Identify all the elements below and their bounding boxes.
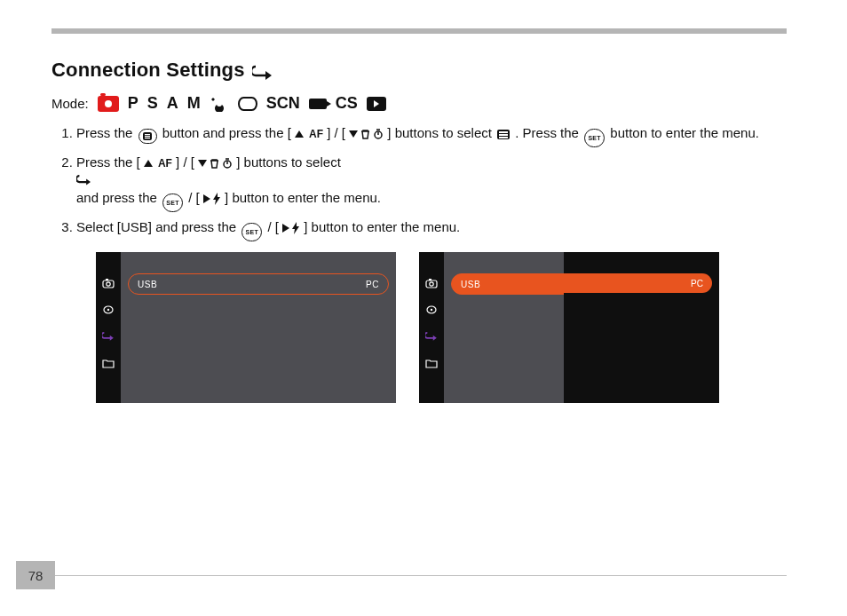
- svg-point-0: [217, 101, 222, 107]
- steps-list: Press the button and press the [ AF ] / …: [51, 122, 787, 241]
- mode-a: A: [167, 94, 178, 113]
- text: ] / [: [327, 125, 349, 140]
- set-button-icon: SET: [162, 193, 183, 212]
- connection-tab-icon: [425, 330, 438, 343]
- triangle-up-icon: [144, 160, 153, 167]
- camera-tab-icon: [102, 277, 115, 289]
- step-3: Select [USB] and press the SET / [ ] but…: [76, 216, 787, 241]
- set-button-icon: SET: [584, 129, 605, 147]
- mode-cs: CS: [336, 94, 358, 113]
- step-1: Press the button and press the [ AF ] / …: [76, 122, 787, 147]
- movie-icon: [309, 99, 327, 109]
- right-flash-token: [203, 193, 221, 205]
- timer-icon: [373, 129, 384, 139]
- pc-label: PC: [366, 280, 379, 289]
- panorama-icon: [238, 97, 257, 111]
- usb-label: USB: [461, 280, 480, 289]
- right-flash-token: [282, 222, 300, 234]
- playback-icon: [367, 97, 386, 111]
- text: / [: [267, 219, 282, 234]
- text: ] buttons to select: [387, 125, 495, 140]
- text: Press the [: [76, 154, 144, 170]
- page-number-badge: 78: [16, 561, 55, 589]
- page-content: Connection Settings Mode: P S A M SCN CS…: [51, 51, 787, 403]
- text: button to enter the menu.: [610, 125, 759, 140]
- down-delete-timer-token: [349, 129, 384, 139]
- triangle-down-icon: [198, 160, 207, 167]
- camera-tab-icon: [425, 277, 438, 289]
- triangle-right-icon: [282, 224, 289, 233]
- text: Select [USB] and press the: [76, 219, 240, 234]
- footer-rule: [55, 575, 787, 576]
- text: ] button to enter the menu.: [304, 219, 460, 234]
- mode-s: S: [147, 94, 158, 113]
- svg-rect-2: [145, 134, 150, 135]
- trash-icon: [360, 129, 370, 139]
- screen-panel-right: PC: [564, 252, 719, 403]
- triangle-up-icon: [295, 130, 304, 138]
- text: button and press the [: [162, 125, 295, 140]
- pc-label: PC: [691, 279, 703, 288]
- svg-rect-9: [106, 279, 108, 280]
- connection-icon: [76, 174, 787, 186]
- connection-tab-icon: [102, 330, 115, 343]
- screen-usb-selected: USB PC: [419, 252, 719, 403]
- text: . Press the: [515, 125, 582, 140]
- screen-sidebar: [96, 252, 121, 403]
- trash-icon: [210, 158, 219, 169]
- up-af-token: AF: [295, 125, 323, 144]
- step-2: Press the [ AF ] / [ ] buttons to select…: [76, 151, 787, 212]
- mode-row: Mode: P S A M SCN CS: [51, 94, 787, 113]
- usb-label: USB: [138, 280, 157, 289]
- screen-sidebar: [419, 252, 444, 403]
- svg-rect-3: [145, 136, 150, 137]
- svg-rect-4: [145, 138, 150, 138]
- svg-point-14: [431, 309, 432, 311]
- top-rule: [51, 28, 787, 34]
- up-af-token: AF: [144, 154, 172, 173]
- mode-m: M: [187, 94, 201, 113]
- svg-point-8: [107, 282, 110, 286]
- usb-row: USB PC: [128, 273, 389, 295]
- text: ] button to enter the menu.: [225, 190, 381, 205]
- flash-icon: [213, 193, 221, 205]
- mode-label: Mode:: [51, 96, 89, 111]
- camera-icon: [98, 96, 119, 112]
- timer-icon: [222, 158, 233, 169]
- mode-icon-strip: P S A M SCN CS: [98, 94, 386, 113]
- svg-rect-13: [429, 279, 431, 280]
- playback-tab-icon: [102, 304, 115, 316]
- menu-button-icon: [139, 129, 157, 144]
- af-label: AF: [158, 154, 172, 173]
- screen-panel: USB PC: [121, 252, 396, 403]
- text: Press the: [76, 125, 137, 140]
- folder-tab-icon: [425, 357, 438, 369]
- list-icon: [497, 130, 510, 139]
- set-button-icon: SET: [241, 223, 262, 241]
- screen-usb-unselected: USB PC: [96, 252, 396, 403]
- pc-option-selected: PC: [560, 273, 712, 293]
- mode-p: P: [128, 94, 139, 113]
- screen-panel-left: USB: [444, 252, 564, 403]
- text: ] / [: [176, 154, 198, 170]
- page-number: 78: [28, 568, 44, 583]
- usb-row-selected: USB: [451, 273, 567, 295]
- text: / [: [188, 190, 203, 205]
- mode-scn: SCN: [266, 94, 300, 113]
- text: and press the: [76, 190, 161, 205]
- triangle-down-icon: [349, 130, 358, 138]
- af-label: AF: [309, 125, 323, 144]
- connection-icon: [252, 64, 273, 82]
- page-title: Connection Settings: [51, 59, 245, 82]
- face-beautifier-icon: [210, 96, 229, 112]
- triangle-right-icon: [203, 194, 210, 203]
- svg-point-12: [430, 282, 433, 286]
- flash-icon: [292, 222, 300, 234]
- folder-tab-icon: [102, 357, 115, 369]
- svg-point-10: [107, 309, 109, 311]
- playback-tab-icon: [425, 304, 438, 316]
- screenshots-row: USB PC USB PC: [96, 252, 787, 403]
- down-delete-timer-token: [198, 158, 233, 169]
- text: ] buttons to select: [236, 154, 341, 170]
